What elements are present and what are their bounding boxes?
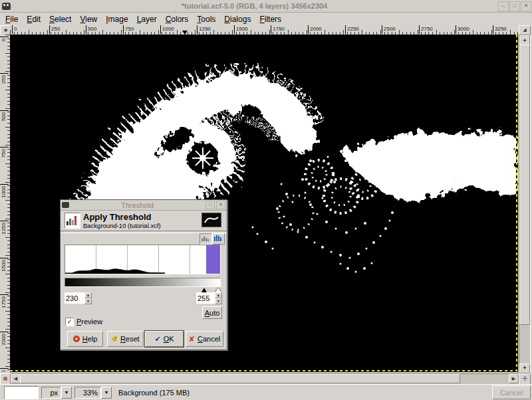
menu-item-dialogs[interactable]: Dialogs — [224, 15, 251, 24]
menu-item-edit[interactable]: Edit — [27, 15, 41, 24]
ruler-label: 0 — [0, 37, 9, 66]
menubar: File Edit Select View Image Layer Colors… — [0, 13, 532, 25]
drawable-preview-thumbnail — [201, 213, 221, 227]
cancel-x-icon: ✘ — [189, 335, 195, 344]
zoom-value: 33% — [74, 387, 101, 399]
ruler-label: 1000 — [0, 184, 9, 214]
zoom-combo[interactable]: 33% ▼ — [74, 387, 112, 399]
help-button[interactable]: Help — [67, 331, 103, 347]
progress-cancel-button[interactable]: Cancel — [492, 385, 531, 399]
help-icon — [73, 336, 80, 342]
maximize-button[interactable]: □ — [509, 1, 520, 11]
high-threshold-input[interactable] — [196, 292, 215, 304]
window-titlebar[interactable]: *tutorial.xcf-5.0 (RGB, 4 layers) 3456x2… — [0, 0, 532, 13]
ruler-label: 750 — [123, 25, 134, 34]
ruler-label: 250 — [49, 25, 60, 34]
ruler-label: 2500 — [382, 25, 396, 34]
statusbar: px ▼ 33% ▼ Background (175 MB) Cancel — [0, 384, 532, 400]
spin-up-icon[interactable]: ▲ — [215, 292, 222, 298]
low-threshold-marker[interactable] — [201, 288, 207, 292]
ruler-label: 250 — [0, 73, 9, 103]
minimize-button[interactable]: – — [498, 1, 509, 11]
gimp-icon — [2, 3, 11, 10]
dialog-title: Threshold — [69, 201, 205, 209]
chevron-down-icon[interactable]: ▼ — [61, 387, 72, 399]
ruler-label: 1000 — [160, 25, 174, 34]
status-message: Background (175 MB) — [118, 389, 489, 397]
high-threshold-spinbox[interactable]: ▲ ▼ — [196, 292, 222, 304]
low-threshold-spinbox[interactable]: ▲ ▼ — [65, 292, 92, 304]
menu-item-filters[interactable]: Filters — [259, 15, 281, 24]
dialog-heading: Apply Threshold — [83, 212, 152, 222]
horizontal-scrollbar[interactable]: ◀ ▶ — [10, 373, 519, 385]
ruler-label: 3000 — [456, 25, 469, 34]
histogram-linear-button[interactable] — [200, 233, 212, 245]
close-button[interactable]: ✕ — [521, 1, 531, 11]
left-ruler[interactable]: 0 250 500 750 1000 1250 1500 1750 2000 2… — [0, 35, 11, 372]
auto-button[interactable]: Auto — [202, 306, 222, 319]
menu-item-select[interactable]: Select — [49, 15, 71, 24]
gimp-icon — [62, 202, 69, 208]
cancel-button[interactable]: ✘ Cancel — [186, 331, 223, 347]
low-threshold-input[interactable] — [65, 292, 84, 304]
ruler-label: 1500 — [234, 25, 248, 34]
ruler-label: 1250 — [197, 25, 211, 34]
quickmask-button[interactable]: ▦ — [0, 373, 11, 385]
histogram-curve — [65, 245, 220, 274]
menu-item-layer[interactable]: Layer — [137, 15, 157, 24]
window-title: *tutorial.xcf-5.0 (RGB, 4 layers) 3456x2… — [11, 2, 498, 10]
threshold-selection-region — [206, 245, 220, 274]
ruler-label: 1250 — [0, 221, 9, 250]
dialog-subheading: Background-10 (tutorial.xcf) — [83, 222, 161, 229]
scroll-right-button[interactable]: ▶ — [509, 374, 519, 383]
dialog-close-button[interactable]: ✕ — [216, 201, 225, 209]
menu-item-colors[interactable]: Colors — [166, 15, 189, 24]
spin-down-icon[interactable]: ▼ — [84, 298, 92, 304]
preview-label: Preview — [76, 318, 102, 326]
vertical-scrollbar[interactable]: ▲ ▼ — [519, 35, 531, 374]
top-ruler[interactable]: 0 250 500 750 1000 1250 1500 1750 2000 2… — [10, 25, 518, 35]
scroll-down-button[interactable]: ▼ — [519, 363, 530, 373]
dialog-maximize-button[interactable]: □ — [205, 201, 215, 209]
horizontal-scroll-thumb[interactable] — [20, 374, 460, 383]
ruler-label: 2250 — [345, 25, 359, 34]
ruler-label: 500 — [0, 110, 9, 140]
menu-item-file[interactable]: File — [5, 15, 18, 24]
preview-checkbox[interactable]: ✓ — [65, 318, 74, 326]
navigation-button[interactable]: ✛ — [519, 373, 531, 385]
vertical-scroll-thumb[interactable] — [519, 45, 530, 325]
ok-button[interactable]: ✔ OK — [145, 331, 184, 347]
spin-down-icon[interactable]: ▼ — [215, 298, 222, 304]
ruler-label: 1750 — [0, 294, 9, 324]
cursor-position-field[interactable] — [4, 386, 39, 399]
unit-combo[interactable]: px ▼ — [41, 387, 72, 399]
menu-item-view[interactable]: View — [80, 15, 97, 24]
menu-item-tools[interactable]: Tools — [197, 15, 215, 24]
ruler-label: 2000 — [0, 332, 9, 361]
dialog-titlebar[interactable]: Threshold □ ✕ — [61, 200, 227, 211]
ok-check-icon: ✔ — [154, 335, 160, 344]
layer-boundary-vertical — [516, 35, 517, 371]
ruler-label: 1500 — [0, 258, 9, 288]
ruler-label: 2000 — [308, 25, 322, 34]
high-threshold-marker[interactable] — [215, 288, 221, 292]
menu-item-image[interactable]: Image — [106, 15, 128, 24]
spin-up-icon[interactable]: ▲ — [84, 292, 92, 298]
ruler-label: 3250 — [493, 25, 507, 34]
ruler-label: 500 — [86, 25, 96, 34]
threshold-dialog: Threshold □ ✕ Apply Threshold Background… — [60, 199, 227, 350]
unit-value: px — [41, 387, 61, 399]
histogram[interactable] — [65, 245, 221, 274]
histogram-logarithmic-button[interactable] — [212, 233, 225, 245]
ruler-label: 1750 — [271, 25, 285, 34]
scroll-up-button[interactable]: ▲ — [519, 35, 530, 45]
gimp-window: *tutorial.xcf-5.0 (RGB, 4 layers) 3456x2… — [0, 0, 532, 400]
scroll-left-button[interactable]: ◀ — [11, 374, 21, 383]
layer-boundary-horizontal — [10, 370, 517, 371]
chevron-down-icon[interactable]: ▼ — [101, 387, 112, 399]
reset-icon: ↺ — [111, 336, 118, 342]
ruler-label: 750 — [0, 147, 9, 177]
ruler-label: 2250 — [0, 368, 9, 372]
threshold-tool-icon — [65, 213, 80, 229]
reset-button[interactable]: ↺ Reset — [107, 331, 144, 347]
